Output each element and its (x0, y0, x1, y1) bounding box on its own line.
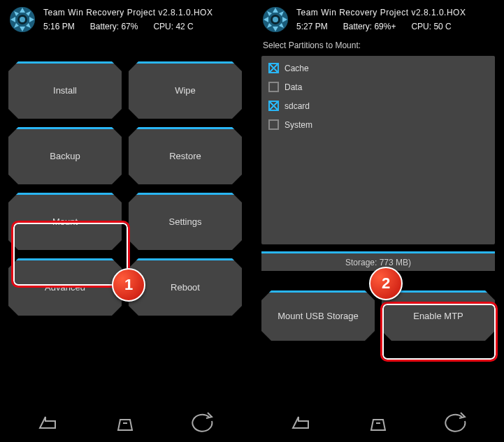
android-navbar (0, 404, 250, 442)
time: 5:16 PM (43, 22, 75, 31)
android-navbar (253, 404, 503, 442)
cpu: CPU: 42 C (153, 22, 193, 31)
restore-button[interactable]: Restore (129, 127, 242, 184)
settings-button[interactable]: Settings (129, 193, 242, 250)
svg-point-6 (273, 17, 278, 22)
twrp-logo-icon (261, 6, 289, 34)
subtitle: Select Partitions to Mount: (263, 40, 495, 50)
checkbox-icon (268, 119, 279, 130)
advanced-button[interactable]: Advanced (8, 258, 122, 316)
back-icon[interactable] (289, 411, 312, 435)
partition-system[interactable]: System (261, 115, 495, 134)
header: Team Win Recovery Project v2.8.1.0.HOX 5… (8, 6, 242, 34)
install-button[interactable]: Install (8, 61, 122, 119)
twrp-logo-icon (8, 6, 36, 34)
partition-data[interactable]: Data (261, 78, 495, 96)
reboot-button[interactable]: Reboot (129, 258, 242, 316)
storage-button[interactable]: Storage: 773 MB) (261, 251, 495, 271)
mount-button[interactable]: Mount (8, 193, 122, 250)
app-title: Team Win Recovery Project v2.8.1.0.HOX (43, 8, 242, 17)
battery: Battery: 67% (90, 22, 138, 31)
partition-cache[interactable]: Cache (261, 59, 495, 78)
recent-icon[interactable] (191, 411, 215, 435)
svg-point-2 (20, 17, 25, 22)
partition-list: Cache Data sdcard System (261, 56, 495, 244)
battery: Battery: 69%+ (343, 22, 396, 31)
left-phone-screen: Team Win Recovery Project v2.8.1.0.HOX 5… (0, 0, 250, 442)
home-icon[interactable] (366, 411, 390, 435)
back-icon[interactable] (36, 411, 59, 435)
right-phone-screen: Team Win Recovery Project v2.8.1.0.HOX 5… (253, 0, 503, 442)
partition-sdcard[interactable]: sdcard (261, 96, 495, 115)
checkbox-icon (268, 82, 279, 92)
recent-icon[interactable] (444, 411, 468, 435)
app-title: Team Win Recovery Project v2.8.1.0.HOX (296, 8, 495, 17)
home-icon[interactable] (113, 411, 137, 435)
cpu: CPU: 50 C (411, 22, 451, 31)
wipe-button[interactable]: Wipe (129, 61, 242, 119)
time: 5:27 PM (296, 22, 328, 31)
mount-usb-button[interactable]: Mount USB Storage (261, 290, 375, 341)
header: Team Win Recovery Project v2.8.1.0.HOX 5… (261, 6, 495, 34)
backup-button[interactable]: Backup (8, 127, 122, 184)
enable-mtp-button[interactable]: Enable MTP (382, 290, 495, 341)
main-menu: Install Wipe Backup Restore Mount Settin… (8, 61, 242, 316)
checkbox-icon (268, 101, 279, 111)
checkbox-icon (268, 63, 279, 73)
